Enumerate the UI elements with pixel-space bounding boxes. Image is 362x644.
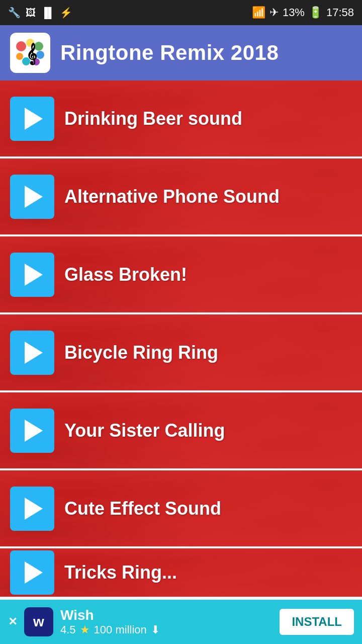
play-icon-5 <box>25 420 43 442</box>
ringtone-name-7: Tricks Ring... <box>64 561 177 583</box>
play-button-3[interactable] <box>10 253 54 297</box>
ringtone-item-4[interactable]: Bicycle Ring Ring <box>0 314 362 392</box>
app-title: Ringtone Remix 2018 <box>60 41 279 65</box>
ad-logo-letter: w <box>33 614 44 630</box>
play-icon-7 <box>25 561 43 584</box>
play-button-2[interactable] <box>10 175 54 219</box>
battery-icon: 🔋 <box>309 6 322 19</box>
wrench-icon: 🔧 <box>8 7 21 19</box>
ad-app-name: Wish <box>60 607 273 623</box>
svg-point-7 <box>16 53 23 60</box>
install-button[interactable]: INSTALL <box>280 609 354 635</box>
play-button-4[interactable] <box>10 331 54 375</box>
ad-info: Wish 4.5 ★ 100 million ⬇ <box>60 607 273 636</box>
ad-downloads: 100 million <box>94 623 147 636</box>
ringtone-name-6: Cute Effect Sound <box>64 498 221 519</box>
ad-rating: 4.5 <box>60 623 76 636</box>
airplane-icon: ✈ <box>269 6 279 19</box>
play-button-6[interactable] <box>10 487 54 531</box>
app-logo: 𝄞 <box>10 33 50 73</box>
clock: 17:58 <box>326 6 354 19</box>
status-icons-right: 📶 ✈ 13% 🔋 17:58 <box>252 6 354 19</box>
play-icon-6 <box>25 498 43 520</box>
ringtone-name-5: Your Sister Calling <box>64 420 225 441</box>
ringtone-item-6[interactable]: Cute Effect Sound <box>0 470 362 548</box>
play-icon-1 <box>25 108 43 130</box>
svg-point-4 <box>36 51 44 59</box>
svg-point-1 <box>16 41 26 51</box>
ringtone-item-1[interactable]: Drinking Beer sound <box>0 80 362 158</box>
ad-close-button[interactable]: ✕ <box>8 615 17 628</box>
ad-star-icon: ★ <box>80 623 90 636</box>
play-button-1[interactable] <box>10 97 54 141</box>
ringtone-name-1: Drinking Beer sound <box>64 108 242 129</box>
play-button-5[interactable] <box>10 409 54 453</box>
ringtone-item-7[interactable]: Tricks Ring... <box>0 548 362 599</box>
ringtone-list: Drinking Beer sound Alternative Phone So… <box>0 80 362 600</box>
ad-meta: 4.5 ★ 100 million ⬇ <box>60 623 273 636</box>
ringtone-item-2[interactable]: Alternative Phone Sound <box>0 158 362 236</box>
image-icon: 🖼 <box>26 7 36 19</box>
play-icon-4 <box>25 342 43 364</box>
status-icons-left: 🔧 🖼 ▐▌ ⚡ <box>8 7 72 19</box>
play-button-7[interactable] <box>10 550 54 595</box>
ringtone-name-4: Bicycle Ring Ring <box>64 342 218 363</box>
ad-download-icon: ⬇ <box>151 623 160 636</box>
app-header: 𝄞 Ringtone Remix 2018 <box>0 25 362 80</box>
usb-icon: ⚡ <box>60 7 72 19</box>
svg-text:𝄞: 𝄞 <box>26 43 37 65</box>
play-icon-2 <box>25 186 43 208</box>
ad-logo: w <box>24 607 53 636</box>
wifi-icon: 📶 <box>252 6 265 19</box>
barcode-icon: ▐▌ <box>41 7 55 19</box>
battery-text: 13% <box>283 6 305 19</box>
ringtone-name-3: Glass Broken! <box>64 264 187 285</box>
ringtone-item-5[interactable]: Your Sister Calling <box>0 392 362 470</box>
ad-banner: ✕ w Wish 4.5 ★ 100 million ⬇ INSTALL <box>0 600 362 644</box>
play-icon-3 <box>25 264 43 286</box>
status-bar: 🔧 🖼 ▐▌ ⚡ 📶 ✈ 13% 🔋 17:58 <box>0 0 362 25</box>
ringtone-name-2: Alternative Phone Sound <box>64 186 280 207</box>
ringtone-item-3[interactable]: Glass Broken! <box>0 236 362 314</box>
